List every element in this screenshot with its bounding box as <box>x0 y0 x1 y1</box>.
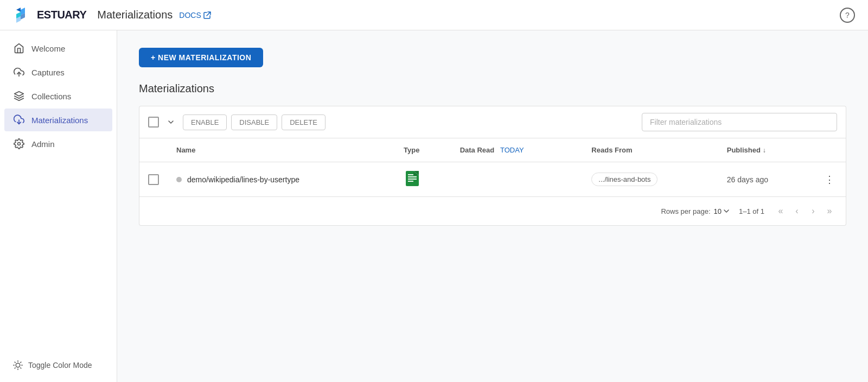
main-layout: Welcome Captures Collections <box>0 30 868 382</box>
sidebar-item-label: Collections <box>31 92 71 101</box>
sidebar-item-label: Materializations <box>31 116 88 125</box>
select-all-checkbox[interactable] <box>148 117 159 128</box>
svg-marker-2 <box>15 92 24 96</box>
google-sheets-icon <box>404 170 421 187</box>
table-row: demo/wikipedia/lines-by-usertype <box>139 162 846 197</box>
pagination: Rows per page: 10 1–1 of 1 « ‹ › » <box>139 197 846 226</box>
pagination-buttons: « ‹ › » <box>773 203 837 219</box>
sidebar-item-materializations[interactable]: Materializations <box>4 109 112 131</box>
next-page-button[interactable]: › <box>806 203 821 219</box>
row-checkbox-cell <box>139 162 168 197</box>
per-page-select[interactable]: 10 <box>714 207 730 215</box>
toolbar-left: ENABLE DISABLE DELETE <box>148 114 637 130</box>
prev-page-button[interactable]: ‹ <box>789 203 805 219</box>
svg-line-9 <box>21 368 21 368</box>
sidebar-item-label: Welcome <box>31 44 65 53</box>
sidebar-item-label: Admin <box>31 139 55 149</box>
table-toolbar: ENABLE DISABLE DELETE <box>139 106 846 138</box>
top-header: ESTUARY Materializations DOCS ? <box>0 0 868 30</box>
today-link[interactable]: TODAY <box>500 146 524 154</box>
svg-rect-16 <box>408 176 417 177</box>
svg-point-5 <box>16 363 20 367</box>
th-type: Type <box>395 138 451 162</box>
home-icon <box>13 42 25 54</box>
sidebar-bottom: Toggle Color Mode <box>0 355 117 375</box>
settings-icon <box>13 138 25 150</box>
status-dot <box>176 177 182 182</box>
rows-per-page-label: Rows per page: <box>661 207 710 215</box>
layers-icon <box>13 90 25 102</box>
row-data-read-cell <box>451 162 583 197</box>
logo: ESTUARY <box>13 5 86 25</box>
page-title-area: Materializations DOCS <box>97 9 210 21</box>
row-published-cell: 26 days ago <box>718 162 813 197</box>
materializations-table: Name Type Data Read TODAY Reads From <box>139 138 846 197</box>
toggle-color-mode-label: Toggle Color Mode <box>28 361 92 370</box>
svg-line-12 <box>15 368 15 368</box>
select-dropdown-arrow[interactable] <box>163 114 178 130</box>
rows-per-page: Rows per page: 10 <box>661 207 730 215</box>
estuary-logo-icon <box>13 5 33 25</box>
sidebar-nav: Welcome Captures Collections <box>0 37 117 155</box>
last-page-button[interactable]: » <box>822 203 837 219</box>
sort-icon: ↓ <box>763 147 766 154</box>
new-materialization-button[interactable]: + NEW MATERIALIZATION <box>139 48 263 67</box>
row-more-cell: ⋮ <box>813 162 846 197</box>
svg-rect-17 <box>408 179 417 180</box>
svg-rect-18 <box>408 181 413 182</box>
per-page-value: 10 <box>714 207 722 215</box>
docs-link[interactable]: DOCS <box>179 11 210 20</box>
first-page-button[interactable]: « <box>773 203 788 219</box>
row-checkbox[interactable] <box>148 174 159 185</box>
per-page-chevron-icon <box>723 207 730 215</box>
row-more-button[interactable]: ⋮ <box>822 172 837 187</box>
section-title: Materializations <box>139 82 846 95</box>
toolbar-right <box>642 113 837 131</box>
sidebar-item-welcome[interactable]: Welcome <box>4 37 112 60</box>
th-checkbox <box>139 138 168 162</box>
row-name-text: demo/wikipedia/lines-by-usertype <box>187 175 299 184</box>
published-ago: 26 days ago <box>727 175 768 184</box>
header-left: ESTUARY Materializations DOCS <box>13 5 211 25</box>
help-icon[interactable]: ? <box>840 8 855 23</box>
th-data-read: Data Read TODAY <box>451 138 583 162</box>
svg-line-13 <box>21 362 21 362</box>
enable-button[interactable]: ENABLE <box>183 114 227 130</box>
svg-point-4 <box>18 143 21 145</box>
th-published[interactable]: Published ↓ <box>718 138 813 162</box>
row-reads-from-cell: .../lines-and-bots <box>583 162 718 197</box>
download-cloud-icon <box>13 114 25 126</box>
page-title: Materializations <box>97 9 173 21</box>
svg-line-8 <box>15 362 15 362</box>
sidebar-item-label: Captures <box>31 68 65 77</box>
row-type-cell <box>395 162 451 197</box>
th-actions <box>813 138 846 162</box>
logo-text: ESTUARY <box>37 9 86 21</box>
disable-button[interactable]: DISABLE <box>231 114 277 130</box>
th-reads-from: Reads From <box>583 138 718 162</box>
row-name: demo/wikipedia/lines-by-usertype <box>176 175 386 184</box>
sidebar-item-admin[interactable]: Admin <box>4 132 112 155</box>
sidebar-item-captures[interactable]: Captures <box>4 61 112 84</box>
upload-cloud-icon <box>13 66 25 78</box>
content-area: + NEW MATERIALIZATION Materializations E… <box>117 30 868 382</box>
sidebar: Welcome Captures Collections <box>0 30 117 382</box>
sidebar-item-collections[interactable]: Collections <box>4 85 112 107</box>
delete-button[interactable]: DELETE <box>282 114 326 130</box>
chevron-down-icon <box>167 118 175 126</box>
page-info: 1–1 of 1 <box>739 207 764 215</box>
reads-from-chip: .../lines-and-bots <box>591 173 658 186</box>
sun-icon <box>13 360 23 370</box>
row-name-cell: demo/wikipedia/lines-by-usertype <box>168 162 395 197</box>
toggle-color-mode[interactable]: Toggle Color Mode <box>4 355 112 375</box>
external-link-icon <box>203 11 211 19</box>
th-name: Name <box>168 138 395 162</box>
filter-input[interactable] <box>642 113 837 131</box>
